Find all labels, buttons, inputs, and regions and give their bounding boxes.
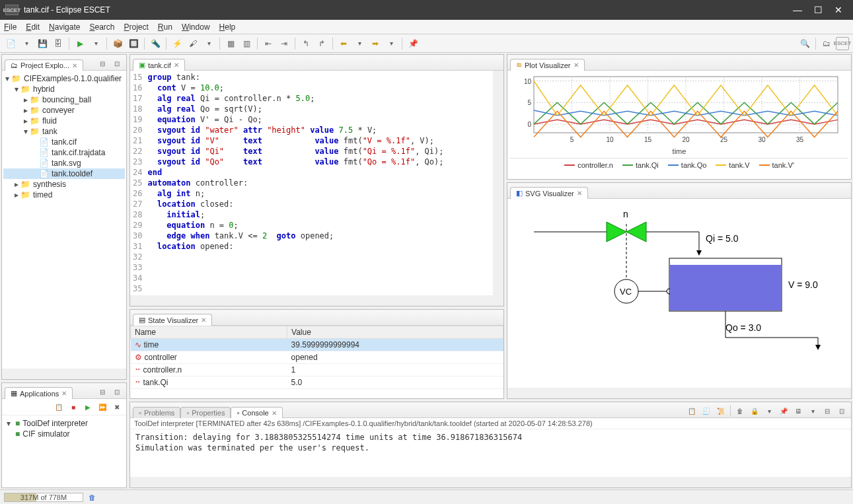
- perspective-icon[interactable]: 🗂: [820, 37, 833, 50]
- close-icon[interactable]: ✕: [61, 390, 67, 397]
- pin-icon[interactable]: 📌: [406, 37, 420, 50]
- stop-icon[interactable]: ■: [67, 400, 80, 414]
- toggle-icon[interactable]: ▥: [240, 37, 253, 50]
- menu-project[interactable]: Project: [124, 22, 148, 32]
- menu-edit[interactable]: Edit: [26, 22, 40, 32]
- forward-icon[interactable]: ➡: [369, 37, 382, 50]
- application-item[interactable]: ■CIF simulator: [5, 429, 124, 439]
- menu-search[interactable]: Search: [89, 22, 114, 32]
- tree-item[interactable]: 📄tank.cif.trajdata: [3, 147, 125, 158]
- pin-icon[interactable]: 📌: [777, 404, 790, 417]
- escet-perspective-icon[interactable]: ESCET: [836, 37, 849, 50]
- close-icon[interactable]: ✕: [201, 316, 206, 324]
- horizontal-scrollbar[interactable]: [130, 295, 503, 306]
- tree-item[interactable]: ▾📁tank: [3, 126, 125, 137]
- toggle-icon[interactable]: ▦: [224, 37, 237, 50]
- tab-svg-visualizer[interactable]: ◧ SVG Visualizer ✕: [510, 187, 588, 199]
- svg-canvas[interactable]: n VC Qi = 5.0: [507, 199, 851, 388]
- minimize-button[interactable]: —: [793, 5, 802, 15]
- paint-icon[interactable]: 🖌: [186, 37, 200, 50]
- close-icon[interactable]: ✕: [574, 61, 579, 69]
- dropdown-icon[interactable]: ▾: [806, 404, 819, 417]
- tab-console[interactable]: ▫Console✕: [231, 407, 282, 418]
- tab-applications[interactable]: ▦ Applications ✕: [5, 387, 73, 399]
- menu-file[interactable]: File: [4, 22, 17, 32]
- wand-icon[interactable]: ⚡: [170, 37, 184, 50]
- maximize-icon[interactable]: ⊡: [110, 385, 124, 398]
- clear-icon[interactable]: 🗑: [733, 404, 747, 417]
- horizontal-scrollbar[interactable]: [507, 388, 851, 398]
- maximize-button[interactable]: ☐: [814, 5, 823, 15]
- close-icon[interactable]: ✕: [72, 62, 77, 69]
- next-annotation-icon[interactable]: ↱: [315, 37, 328, 50]
- open-type-icon[interactable]: 🔲: [127, 37, 140, 50]
- save-icon[interactable]: 💾: [36, 37, 49, 50]
- dropdown-icon[interactable]: ▾: [89, 37, 102, 50]
- tree-item[interactable]: ▸📁conveyer: [3, 105, 125, 116]
- box-icon[interactable]: 📦: [111, 37, 124, 50]
- vertical-scrollbar[interactable]: [493, 71, 503, 295]
- menu-help[interactable]: Help: [219, 22, 236, 32]
- tree-item[interactable]: ▸📁fluid: [3, 116, 125, 126]
- ff-icon[interactable]: ⏩: [96, 400, 109, 414]
- applications-list[interactable]: ▾■ToolDef interpreter■CIF simulator: [2, 415, 126, 487]
- minimize-icon[interactable]: ⊟: [96, 385, 109, 398]
- tree-item[interactable]: ▾📁hybrid: [3, 84, 125, 94]
- tab-project-explorer[interactable]: 🗂 Project Explo... ✕: [5, 59, 83, 71]
- dropdown-icon[interactable]: ▾: [385, 37, 398, 50]
- console-icon[interactable]: 🧾: [700, 404, 713, 417]
- copy-icon[interactable]: 📋: [52, 400, 65, 414]
- remove-icon[interactable]: ✖: [110, 400, 124, 414]
- tab-plot-visualizer[interactable]: ≋ Plot Visualizer ✕: [510, 59, 585, 71]
- horizontal-scrollbar[interactable]: [130, 477, 851, 487]
- minimize-icon[interactable]: ⊟: [821, 404, 834, 417]
- tab-properties[interactable]: ▫Properties: [180, 407, 231, 418]
- close-button[interactable]: ✕: [834, 5, 842, 15]
- horizontal-scrollbar[interactable]: [2, 369, 126, 379]
- close-icon[interactable]: ✕: [272, 410, 277, 417]
- trash-icon[interactable]: 🗑: [89, 493, 96, 501]
- tree-item[interactable]: ▸📁bouncing_ball: [3, 94, 125, 105]
- tree-item[interactable]: ▸📁timed: [3, 190, 125, 200]
- prev-annotation-icon[interactable]: ↰: [299, 37, 313, 50]
- close-icon[interactable]: ✕: [174, 61, 179, 69]
- state-table[interactable]: NameValue∿time39.5999999999994⚙controlle…: [130, 326, 503, 389]
- code-editor[interactable]: 1516171819202122232425262728293031323334…: [130, 71, 503, 295]
- play-icon[interactable]: ▶: [81, 400, 94, 414]
- menu-window[interactable]: Window: [182, 22, 210, 32]
- dropdown-icon[interactable]: ▾: [762, 404, 776, 417]
- memory-bar[interactable]: 317M of 778M: [4, 493, 83, 502]
- dropdown-icon[interactable]: ▾: [202, 37, 215, 50]
- project-tree[interactable]: ▾📁CIFExamples-0.1.0.qualifier▾📁hybrid▸📁b…: [2, 71, 126, 369]
- indent-icon[interactable]: ⇤: [262, 37, 275, 50]
- tree-item[interactable]: 📄tank.cif: [3, 137, 125, 147]
- console-icon[interactable]: 📜: [714, 404, 727, 417]
- console-output[interactable]: Transition: delaying for 3.1883805325514…: [130, 429, 851, 477]
- back-icon[interactable]: ⬅: [337, 37, 350, 50]
- tree-item[interactable]: ▾📁CIFExamples-0.1.0.qualifier: [3, 73, 125, 84]
- tree-item[interactable]: 📄tank.svg: [3, 158, 125, 168]
- plot-canvas[interactable]: 05105101520253035 time controller.ntank.…: [507, 71, 851, 179]
- console-icon[interactable]: 📋: [685, 404, 698, 417]
- outdent-icon[interactable]: ⇥: [278, 37, 291, 50]
- close-icon[interactable]: ✕: [577, 190, 582, 197]
- dropdown-icon[interactable]: ▾: [353, 37, 366, 50]
- new-icon[interactable]: 📄: [4, 37, 17, 50]
- menu-run[interactable]: Run: [158, 22, 172, 32]
- save-all-icon[interactable]: 🗄: [52, 37, 65, 50]
- scroll-lock-icon[interactable]: 🔒: [748, 404, 761, 417]
- collapse-icon[interactable]: ⊟: [96, 57, 109, 70]
- tab-state-visualizer[interactable]: ▤ State Visualizer ✕: [133, 314, 212, 326]
- search-icon[interactable]: 🔍: [798, 37, 811, 50]
- tab-editor[interactable]: ▣ tank.cif ✕: [133, 59, 185, 71]
- run-icon[interactable]: ▶: [73, 37, 87, 50]
- search-icon[interactable]: 🔦: [149, 37, 162, 50]
- tab-problems[interactable]: ▫Problems: [133, 407, 180, 418]
- application-item[interactable]: ▾■ToolDef interpreter: [5, 418, 124, 429]
- menu-navigate[interactable]: Navigate: [49, 22, 80, 32]
- maximize-icon[interactable]: ⊡: [835, 404, 848, 417]
- dropdown-icon[interactable]: ▾: [20, 37, 33, 50]
- tree-item[interactable]: 📄tank.tooldef: [3, 168, 125, 179]
- view-menu-icon[interactable]: ⊡: [110, 57, 124, 70]
- tree-item[interactable]: ▸📁synthesis: [3, 179, 125, 190]
